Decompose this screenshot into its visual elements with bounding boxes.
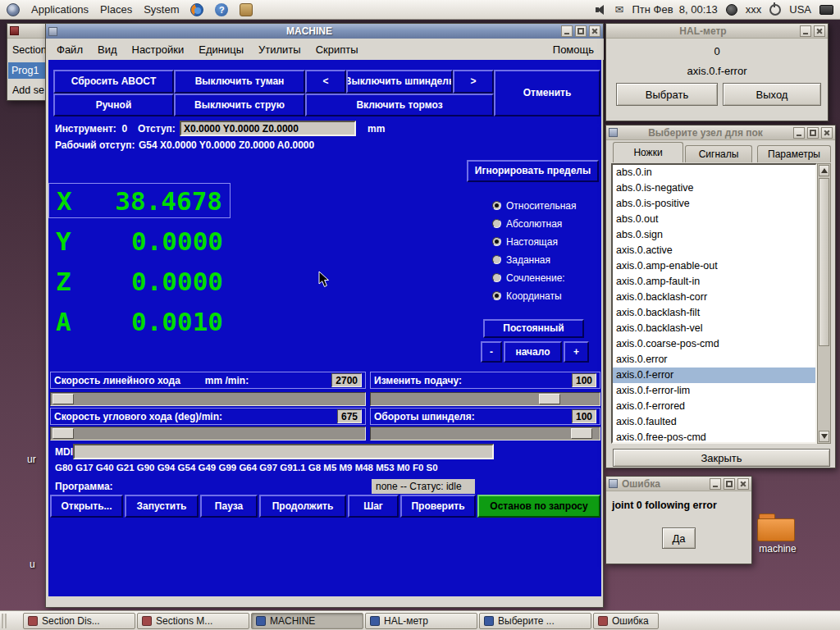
- list-item[interactable]: abs.0.is-negative: [613, 180, 815, 196]
- clock[interactable]: Птн Фев 8, 00:13: [632, 3, 717, 16]
- list-item[interactable]: axis.0.free-pos-cmd: [613, 430, 815, 444]
- abort-button[interactable]: Сбросить ABOCT: [53, 70, 174, 94]
- menu-scripts[interactable]: Скрипты: [316, 43, 358, 56]
- volume-icon[interactable]: [594, 3, 607, 16]
- spindle-off-button[interactable]: Выключить шпиндель: [346, 70, 453, 94]
- help-icon[interactable]: ?: [215, 3, 228, 16]
- close-button[interactable]: [821, 127, 833, 139]
- exit-button[interactable]: Выход: [723, 83, 821, 106]
- slider-thumb[interactable]: [52, 394, 74, 404]
- select-button[interactable]: Выбрать: [616, 83, 718, 106]
- list-item[interactable]: abs.0.in: [613, 165, 815, 180]
- taskbar-item-halmeter[interactable]: HAL-метр: [365, 613, 477, 629]
- manual-mode-button[interactable]: Ручной: [53, 94, 174, 116]
- stop-on-request-button[interactable]: Останов по запросу: [477, 495, 600, 518]
- list-item[interactable]: axis.0.f-errored: [613, 399, 815, 414]
- taskbar-item-error[interactable]: Ошибка: [593, 613, 659, 629]
- step-button[interactable]: Шаг: [348, 495, 399, 518]
- slider-thumb[interactable]: [52, 428, 74, 439]
- list-item[interactable]: axis.0.faulted: [613, 414, 815, 430]
- picker-close-button[interactable]: Закрыть: [613, 449, 830, 467]
- list-item-selected[interactable]: axis.0.f-error: [613, 368, 815, 383]
- tab-pins[interactable]: Ножки: [613, 142, 683, 162]
- system-menu[interactable]: System: [144, 3, 179, 16]
- keyboard-icon[interactable]: [819, 5, 833, 15]
- radio-relative[interactable]: Относительная: [492, 199, 577, 212]
- listbox-scrollbar[interactable]: [817, 163, 831, 444]
- taskbar-item-sections-manager[interactable]: Sections M...: [137, 613, 249, 629]
- taskbar-item-sections-display[interactable]: Section Dis...: [23, 613, 135, 629]
- list-item[interactable]: abs.0.out: [613, 212, 815, 227]
- spindle-plus-button[interactable]: >: [453, 70, 494, 94]
- spindle-minus-button[interactable]: <: [305, 70, 346, 94]
- resume-button[interactable]: Продолжить: [259, 495, 346, 518]
- picker-titlebar[interactable]: Выберите узел для пок: [606, 126, 835, 140]
- run-button[interactable]: Запустить: [125, 495, 199, 518]
- tab-parameters[interactable]: Параметры: [757, 145, 831, 162]
- machine-titlebar[interactable]: MACHINE: [46, 24, 603, 39]
- minimize-button[interactable]: [561, 25, 573, 37]
- user-switcher-icon[interactable]: [726, 4, 737, 16]
- list-item[interactable]: axis.0.active: [613, 243, 815, 258]
- maximize-button[interactable]: [575, 25, 587, 37]
- close-button[interactable]: [814, 25, 825, 37]
- list-item[interactable]: axis.0.coarse-pos-cmd: [613, 336, 815, 352]
- applications-menu-icon[interactable]: [7, 3, 20, 16]
- radio-absolute[interactable]: Абсолютная: [492, 217, 562, 230]
- mail-icon[interactable]: ✉: [615, 3, 624, 16]
- list-item[interactable]: axis.0.f-error-lim: [613, 383, 815, 399]
- list-item[interactable]: axis.0.amp-fault-in: [613, 274, 815, 290]
- user-name[interactable]: xxx: [746, 3, 762, 16]
- scroll-up-button[interactable]: [819, 165, 829, 176]
- cancel-button[interactable]: Отменить: [494, 70, 600, 116]
- radio-actual[interactable]: Настоящая: [492, 235, 558, 248]
- offset-entry[interactable]: X0.0000 Y0.0000 Z0.0000: [180, 121, 356, 136]
- halmeter-titlebar[interactable]: HAL-метр: [606, 24, 828, 39]
- scroll-down-button[interactable]: [819, 431, 829, 442]
- firefox-icon[interactable]: [190, 3, 203, 16]
- tab-signals[interactable]: Сигналы: [685, 145, 752, 162]
- sections-add-button[interactable]: Add se: [12, 84, 44, 96]
- power-icon[interactable]: [769, 4, 781, 16]
- menu-settings[interactable]: Настройки: [132, 43, 185, 56]
- radio-joint[interactable]: Сочленение:: [492, 272, 565, 284]
- keyboard-layout-label[interactable]: USA: [789, 3, 811, 16]
- close-button[interactable]: [589, 25, 600, 37]
- machine-folder-icon[interactable]: machine: [755, 512, 801, 558]
- mist-off-button[interactable]: Выключить туман: [174, 70, 305, 94]
- home-button[interactable]: начало: [504, 341, 562, 363]
- slider-thumb[interactable]: [571, 428, 592, 439]
- list-item[interactable]: abs.0.is-positive: [613, 196, 815, 212]
- minimize-button[interactable]: [793, 127, 805, 139]
- places-menu[interactable]: Places: [100, 3, 132, 16]
- error-titlebar[interactable]: Ошибка: [606, 477, 751, 491]
- maximize-button[interactable]: [807, 127, 819, 139]
- menu-units[interactable]: Единицы: [199, 43, 244, 56]
- spindle-speed-slider[interactable]: [370, 427, 600, 441]
- verify-button[interactable]: Проверить: [400, 495, 476, 518]
- feed-override-slider[interactable]: [370, 392, 600, 406]
- minimize-button[interactable]: [800, 25, 811, 37]
- menu-view[interactable]: Вид: [98, 43, 117, 56]
- linear-feed-slider[interactable]: [50, 392, 366, 406]
- menu-utilities[interactable]: Утилиты: [258, 43, 301, 56]
- open-button[interactable]: Открыть...: [50, 495, 123, 518]
- list-item[interactable]: axis.0.error: [613, 352, 815, 368]
- mdi-input[interactable]: [73, 444, 494, 459]
- taskbar-handle[interactable]: [2, 614, 7, 628]
- list-item[interactable]: axis.0.backlash-corr: [613, 290, 815, 305]
- radio-coordinates[interactable]: Координаты: [492, 290, 562, 302]
- pause-button[interactable]: Пауза: [200, 495, 258, 518]
- ignore-limits-button[interactable]: Игнорировать пределы: [467, 160, 599, 182]
- radio-commanded[interactable]: Заданная: [492, 253, 550, 266]
- jog-plus-button[interactable]: +: [564, 341, 589, 363]
- scrollbar-thumb[interactable]: [819, 178, 829, 346]
- jog-minus-button[interactable]: -: [481, 341, 502, 363]
- list-item[interactable]: axis.0.backlash-vel: [613, 321, 815, 336]
- minimize-button[interactable]: [710, 478, 721, 490]
- package-icon[interactable]: [240, 3, 253, 16]
- menu-file[interactable]: Файл: [57, 43, 83, 56]
- taskbar-item-picker[interactable]: Выберите ...: [479, 613, 591, 629]
- maximize-button[interactable]: [724, 478, 735, 490]
- taskbar-item-machine[interactable]: MACHINE: [251, 613, 363, 629]
